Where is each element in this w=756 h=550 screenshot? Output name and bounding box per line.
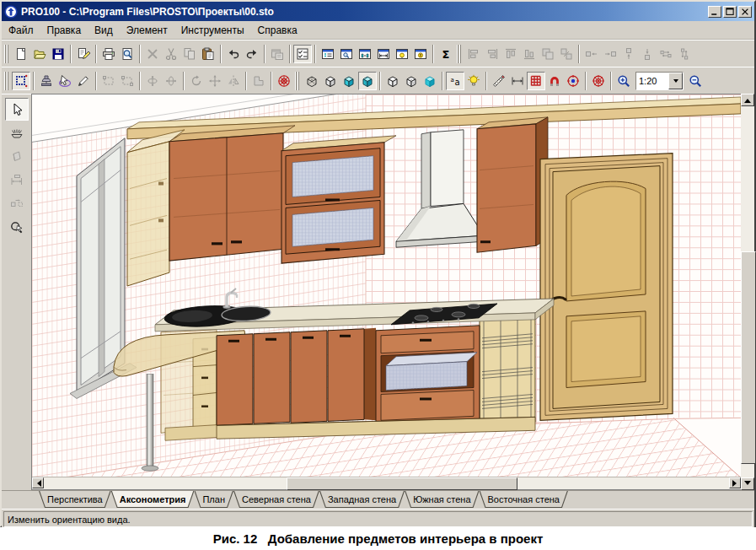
menu-item-4[interactable]: Инструменты [174,23,251,38]
upper-cabinets[interactable] [169,126,295,261]
texture-editor-icon [492,74,506,88]
edges-all-icon [405,74,418,88]
maximize-button[interactable] [723,6,737,18]
mode-white-button[interactable] [321,72,340,90]
dimension-tool-icon [10,174,24,187]
print-button[interactable] [99,45,118,63]
menu-item-1[interactable]: Правка [40,23,88,38]
mirror-button [224,72,243,90]
swap-vertical-button [675,45,694,63]
glass-door-cabinet[interactable] [281,136,396,263]
window-dimensions-button[interactable] [374,45,393,63]
window-report-button[interactable] [319,45,337,63]
tab-западная-стена[interactable]: Западная стена [319,491,405,508]
tab-южная-стена[interactable]: Южная стена [405,491,479,508]
standards-list-button[interactable] [293,45,312,63]
edges-none-button[interactable] [421,72,439,90]
window-price-button[interactable] [411,45,430,63]
menu-item-2[interactable]: Вид [88,23,120,38]
move-object-button [206,72,224,90]
title-bar[interactable]: PRO100 - C:\Program Files\PROSTO\Проекты… [2,2,754,21]
snap-magnet-button[interactable] [545,72,564,90]
edit-properties-icon [77,47,90,61]
scroll-left-button[interactable] [32,477,44,488]
distance-tool-button [5,192,29,215]
lighting-button[interactable] [464,72,483,90]
mirror-icon [227,74,240,88]
undo-button[interactable] [224,45,243,63]
align-bottom-button [520,45,539,63]
window-light-icon [395,47,409,61]
new-project-button[interactable] [12,45,30,63]
place-tool-button[interactable] [5,121,29,144]
tab-восточная-стена[interactable]: Восточная стена [480,491,568,508]
vertical-scroll-thumb[interactable] [741,251,756,464]
toolbar-separator [183,72,185,90]
horizontal-scroll-thumb[interactable] [287,477,517,490]
toolbar-gripper[interactable] [4,72,10,90]
tab-план[interactable]: План [194,491,233,508]
vertical-scrollbar[interactable] [741,94,754,490]
mode-color-button[interactable] [340,72,358,90]
save-project-button[interactable] [49,45,67,63]
toolbar-gripper[interactable] [457,45,463,63]
scroll-down-button[interactable] [741,477,754,490]
edit-properties-button[interactable] [74,45,93,63]
move-object-icon [208,74,222,88]
horizontal-scrollbar[interactable] [32,477,741,489]
design-canvas[interactable] [32,94,741,477]
tab-северная-стена[interactable]: Северная стена [233,491,319,508]
edges-all-button[interactable] [402,72,421,90]
auto-dimensions-button[interactable] [508,72,527,90]
snap-grid-button[interactable] [527,72,545,90]
paste-button[interactable] [199,45,217,63]
texture-editor-button[interactable] [490,72,508,90]
zoom-area-tool-button[interactable] [5,216,29,239]
toolbar-gripper[interactable] [295,72,301,90]
zoom-in-button[interactable] [614,72,633,90]
menu-item-5[interactable]: Справка [251,23,304,38]
minimize-button[interactable] [708,6,721,18]
redo-icon [245,47,259,61]
select-tool-button[interactable] [56,72,74,90]
mode-textures-button[interactable] [358,72,377,90]
center-view-button[interactable] [275,72,293,90]
zoom-scale-dropdown-button[interactable] [668,73,683,89]
zoom-out-button[interactable] [686,72,705,90]
window-light-button[interactable] [393,45,411,63]
toolbar-gripper[interactable] [4,45,10,63]
menu-item-3[interactable]: Элемент [120,23,174,38]
swap-horizontal-button [657,45,675,63]
entrance-door[interactable] [540,154,673,421]
save-project-icon [51,47,65,61]
swap-vertical-icon [678,47,691,61]
pointer-tool-button[interactable] [5,98,29,121]
print-preview-button[interactable] [118,45,137,63]
close-button[interactable] [738,6,752,18]
mode-wireframe-button[interactable] [303,72,321,90]
copy-icon [183,47,196,61]
antialias-text-button[interactable]: aa [446,72,464,90]
tab-bar-stub [2,491,39,509]
app-window: PRO100 - C:\Program Files\PROSTO\Проекты… [0,0,756,527]
swap-horizontal-icon [659,47,673,61]
upper-cabinet-right[interactable] [477,117,548,252]
edges-contour-button[interactable] [383,72,402,90]
center-camera-button[interactable] [589,72,608,90]
snap-center-button[interactable] [564,72,582,90]
zoom-scale-select[interactable]: 1:20 [635,72,684,90]
tab-перспектива[interactable]: Перспектива [39,491,111,508]
draw-tool-button[interactable] [74,72,93,90]
insert-element-button[interactable] [37,72,56,90]
redo-button[interactable] [243,45,261,63]
open-project-button[interactable] [30,45,49,63]
summary-report-button[interactable]: Σ [437,45,455,63]
window-preview-button[interactable] [337,45,356,63]
scroll-up-button[interactable] [741,94,754,106]
window-structure-button[interactable] [356,45,374,63]
scroll-right-button[interactable] [729,477,741,488]
menu-item-0[interactable]: Файл [2,23,40,38]
selection-mode-button[interactable] [12,72,30,90]
app-icon [4,5,18,19]
tab-аксонометрия[interactable]: Аксонометрия [111,491,195,508]
